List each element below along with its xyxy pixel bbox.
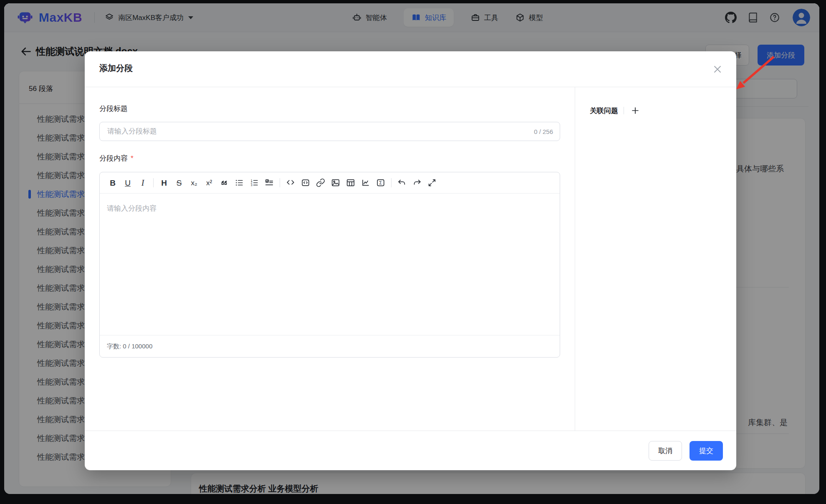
word-count: 字数: 0 / 100000 xyxy=(107,343,152,350)
svg-text:3: 3 xyxy=(251,184,253,186)
subscript-button[interactable]: x₂ xyxy=(187,176,202,190)
bullet-list-icon[interactable] xyxy=(232,176,247,190)
toolbar-divider xyxy=(153,178,154,187)
related-questions-label: 关联问题 xyxy=(590,106,618,116)
superscript-button[interactable]: x² xyxy=(202,176,217,190)
chart-icon[interactable] xyxy=(358,176,373,190)
inline-code-icon[interactable] xyxy=(283,176,298,190)
ordered-list-icon[interactable]: 1 2 3 xyxy=(247,176,262,190)
related-questions-header: 关联问题 xyxy=(590,105,641,116)
strikethrough-button[interactable]: S xyxy=(172,176,187,190)
blockquote-icon[interactable] xyxy=(217,176,232,190)
add-question-icon[interactable] xyxy=(629,105,641,116)
svg-text:Σ: Σ xyxy=(379,180,382,185)
rich-text-editor: B U I H S x₂ x² xyxy=(99,172,560,358)
editor-placeholder: 请输入分段内容 xyxy=(107,204,157,213)
editor-content-area[interactable]: 请输入分段内容 xyxy=(100,194,560,335)
segment-title-input[interactable] xyxy=(106,127,530,136)
editor-toolbar: B U I H S x₂ x² xyxy=(100,172,560,194)
dialog-header: 添加分段 xyxy=(85,51,736,87)
link-icon[interactable] xyxy=(313,176,328,190)
close-icon[interactable] xyxy=(712,64,723,75)
char-counter: 0 / 256 xyxy=(534,128,553,135)
cancel-button[interactable]: 取消 xyxy=(649,441,682,461)
dialog-footer: 取消 提交 xyxy=(85,431,736,470)
fullscreen-icon[interactable] xyxy=(424,176,440,190)
segment-title-label: 分段标题 xyxy=(99,104,128,113)
redo-icon[interactable] xyxy=(409,176,424,190)
toolbar-divider xyxy=(280,178,280,187)
undo-icon[interactable] xyxy=(394,176,409,190)
toolbar-divider xyxy=(391,178,392,187)
dialog-title: 添加分段 xyxy=(99,63,133,74)
dialog-column-divider xyxy=(575,87,575,431)
table-icon[interactable] xyxy=(343,176,358,190)
underline-button[interactable]: U xyxy=(120,176,135,190)
image-icon[interactable] xyxy=(328,176,343,190)
italic-button[interactable]: I xyxy=(135,176,150,190)
task-list-icon[interactable] xyxy=(262,176,277,190)
code-block-icon[interactable] xyxy=(298,176,313,190)
app-window: MaxKB 南区MaxKB客户成功 xyxy=(4,3,819,494)
add-segment-dialog: 添加分段 分段标题 0 / 256 分段内容* B U I H S xyxy=(85,51,736,470)
required-asterisk: * xyxy=(131,154,134,162)
formula-icon[interactable]: Σ xyxy=(373,176,388,190)
related-divider xyxy=(624,107,624,114)
submit-button[interactable]: 提交 xyxy=(690,441,723,461)
screenshot-root: { "colors":{"accent":"#3370ff","danger":… xyxy=(0,0,826,504)
segment-content-label: 分段内容* xyxy=(99,154,134,163)
heading-button[interactable]: H xyxy=(157,176,172,190)
editor-footer: 字数: 0 / 100000 xyxy=(100,335,560,357)
bold-button[interactable]: B xyxy=(105,176,120,190)
segment-title-field: 0 / 256 xyxy=(99,122,560,141)
